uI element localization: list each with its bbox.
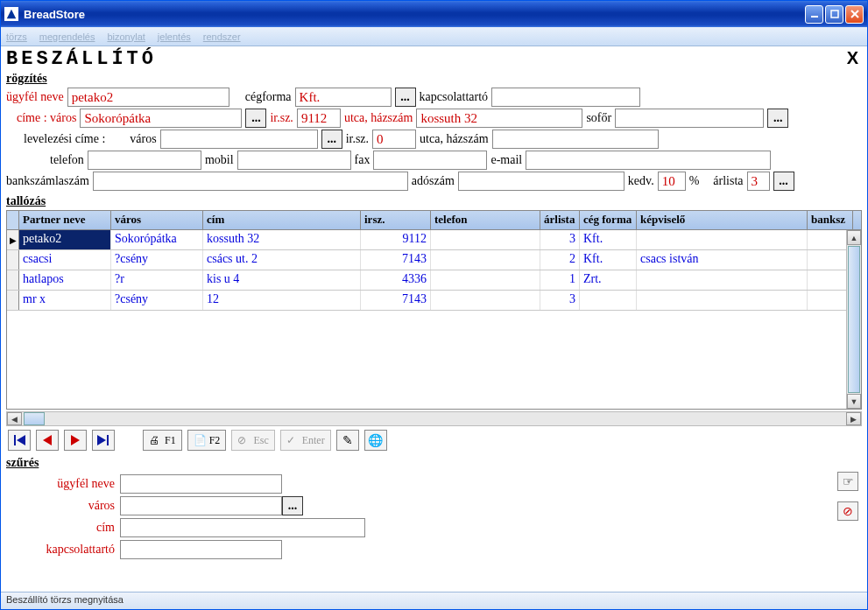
hscroll-left[interactable]: ◀ (7, 412, 22, 425)
col-irsz[interactable]: irsz. (361, 211, 431, 229)
input-kedv[interactable] (658, 172, 686, 191)
input-lev-irsz[interactable] (372, 130, 416, 149)
input-adoszam[interactable] (458, 172, 625, 191)
label-levelezesi: levelezési címe : (24, 132, 105, 146)
col-partner[interactable]: Partner neve (19, 211, 111, 229)
cancel-icon: ⊘ (237, 434, 250, 446)
menubar: törzs megrendelés bizonylat jelentés ren… (1, 27, 867, 46)
input-mobil[interactable] (237, 151, 351, 170)
grid-header: Partner neve város cím irsz. telefon árl… (7, 211, 861, 230)
input-kapcsolattarto[interactable] (491, 88, 640, 107)
table-row[interactable]: mr x?csény1271433 (7, 291, 861, 311)
minimize-button[interactable] (805, 5, 823, 24)
filter-area: ☞ ⊘ ügyfél neve város ... cím kapcsolatt… (6, 470, 862, 564)
vscroll-up[interactable]: ▲ (847, 230, 861, 245)
page-close-button[interactable]: X (847, 48, 862, 68)
enter-button[interactable]: ✓Enter (280, 430, 331, 451)
input-telefon[interactable] (88, 151, 201, 170)
svg-rect-10 (107, 435, 109, 445)
nav-prev-button[interactable] (36, 430, 59, 451)
col-arlista[interactable]: árlista (540, 211, 580, 229)
filter-input-cim[interactable] (120, 518, 365, 537)
input-lev-varos[interactable] (160, 130, 318, 149)
close-button[interactable] (845, 5, 864, 24)
label-mobil: mobil (205, 153, 234, 167)
svg-marker-7 (43, 435, 52, 445)
input-sofor[interactable] (615, 109, 764, 128)
clear-icon: ⊘ (843, 504, 853, 519)
filter-clear-button[interactable]: ⊘ (837, 501, 858, 521)
label-arlista: árlista (713, 174, 743, 188)
col-varos[interactable]: város (111, 211, 203, 229)
hand-icon: ☞ (843, 474, 854, 489)
col-banksz[interactable]: banksz (808, 211, 853, 229)
lookup-varos-button[interactable]: ... (245, 109, 266, 128)
input-cegforma[interactable] (295, 88, 392, 107)
menu-bizonylat[interactable]: bizonylat (107, 32, 145, 42)
statusbar: Beszállító törzs megnyitása (1, 592, 867, 609)
f2-button[interactable]: 📄F2 (187, 430, 227, 451)
menu-megrendeles[interactable]: megrendelés (39, 32, 95, 42)
filter-label-varos: város (6, 499, 120, 513)
filter-label-ugyfel: ügyfél neve (6, 477, 120, 491)
lookup-sofor-button[interactable]: ... (767, 109, 788, 128)
input-fax[interactable] (373, 151, 487, 170)
toolbar: 🖨F1 📄F2 ⊘Esc ✓Enter ✎ 🌐 (6, 426, 862, 454)
section-szures: szűrés (6, 456, 862, 470)
table-row[interactable]: csacsi?csénycsács ut. 271432Kft.csacs is… (7, 250, 861, 270)
filter-label-cim: cím (6, 521, 120, 535)
grid-vscroll[interactable]: ▲ ▼ (846, 230, 861, 409)
hscroll-right[interactable]: ▶ (846, 412, 861, 425)
input-varos[interactable] (80, 109, 242, 128)
input-bankszam[interactable] (93, 172, 408, 191)
menu-rendszer[interactable]: rendszer (203, 32, 241, 42)
section-tallozas: tallózás (6, 194, 862, 208)
f1-button[interactable]: 🖨F1 (143, 430, 182, 451)
nav-last-button[interactable] (92, 430, 115, 451)
table-row[interactable]: hatlapos?rkis u 443361Zrt. (7, 270, 861, 291)
col-kepviselo[interactable]: képviselő (637, 211, 808, 229)
vscroll-down[interactable]: ▼ (847, 394, 861, 409)
label-lev-irsz: ir.sz. (346, 132, 369, 146)
input-ugyfel-neve[interactable] (67, 88, 229, 107)
menu-jelentes[interactable]: jelentés (158, 32, 191, 42)
check-icon: ✓ (286, 434, 299, 446)
lookup-lev-varos-button[interactable]: ... (321, 130, 342, 149)
label-kedv: kedv. (628, 174, 654, 188)
edit-button[interactable]: ✎ (336, 430, 359, 451)
hscroll-thumb[interactable] (24, 412, 45, 425)
nav-first-button[interactable] (8, 430, 31, 451)
lookup-cegforma-button[interactable]: ... (395, 88, 416, 107)
label-telefon: telefon (50, 153, 84, 167)
svg-marker-0 (7, 10, 17, 19)
filter-apply-button[interactable]: ☞ (837, 472, 858, 491)
menu-torzs[interactable]: törzs (6, 32, 27, 42)
col-cim[interactable]: cím (203, 211, 361, 229)
label-utca: utca, házszám (344, 111, 413, 125)
filter-input-ugyfel[interactable] (120, 474, 282, 494)
svg-rect-6 (14, 435, 16, 445)
input-email[interactable] (526, 151, 771, 170)
filter-input-varos[interactable] (120, 496, 282, 515)
vscroll-thumb[interactable] (848, 246, 860, 393)
label-ugyfel-neve: ügyfél neve (6, 90, 64, 104)
svg-rect-2 (831, 11, 838, 18)
table-row[interactable]: ▶petako2Sokorópátkakossuth 3291123Kft. (7, 230, 861, 250)
lookup-arlista-button[interactable]: ... (773, 172, 794, 191)
data-grid: Partner neve város cím irsz. telefon árl… (6, 210, 862, 410)
input-arlista[interactable] (747, 172, 770, 191)
filter-input-kapcs[interactable] (120, 540, 282, 559)
globe-button[interactable]: 🌐 (364, 430, 387, 451)
grid-hscroll[interactable]: ◀ ▶ (6, 411, 862, 426)
nav-next-button[interactable] (64, 430, 87, 451)
input-irsz[interactable] (297, 109, 341, 128)
label-cegforma: cégforma (245, 90, 292, 104)
label-lev-utca: utca, házszám (420, 132, 489, 146)
col-telefon[interactable]: telefon (431, 211, 540, 229)
input-utca[interactable] (416, 109, 582, 128)
input-lev-utca[interactable] (492, 130, 659, 149)
col-cegforma[interactable]: cég forma (580, 211, 637, 229)
esc-button[interactable]: ⊘Esc (231, 430, 274, 451)
filter-lookup-varos-button[interactable]: ... (282, 496, 303, 515)
maximize-button[interactable] (825, 5, 843, 24)
